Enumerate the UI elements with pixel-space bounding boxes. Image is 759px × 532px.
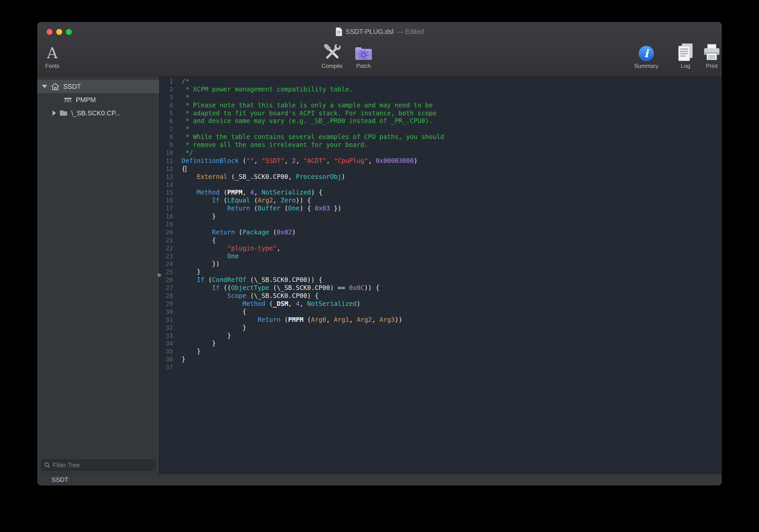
code-line[interactable]: 13 External (_SB_.SCK0.CP00, ProcessorOb… xyxy=(160,173,722,181)
line-number: 14 xyxy=(160,181,175,189)
code-line[interactable]: 21 { xyxy=(160,236,722,244)
code-line[interactable]: 9 * remove all the ones irrelevant for y… xyxy=(160,141,722,149)
code-text: } xyxy=(175,339,216,347)
code-line[interactable]: 14 xyxy=(160,181,722,189)
sidebar-item-ssdt[interactable]: SSDT xyxy=(37,80,159,93)
code-text xyxy=(175,181,182,189)
print-icon xyxy=(702,43,721,62)
document-title: SSDT-PLUG.dsl xyxy=(346,28,393,36)
code-line[interactable]: 28 Scope (\_SB.SCK0.CP00) { xyxy=(160,292,722,300)
code-line[interactable]: 10 */ xyxy=(160,149,722,157)
code-line[interactable]: 8 * While the table contains several exa… xyxy=(160,133,722,141)
code-line[interactable]: 35 } xyxy=(160,347,722,355)
sidebar-item-label: SSDT xyxy=(63,83,81,90)
titlebar[interactable]: SSDT-PLUG.dsl — Edited xyxy=(37,22,722,41)
print-button[interactable]: Print xyxy=(702,41,721,69)
code-token: * Please note that this table is only a … xyxy=(182,101,433,109)
code-text: } xyxy=(175,347,201,355)
line-number: 10 xyxy=(160,149,175,157)
code-text: } xyxy=(175,355,185,363)
code-token xyxy=(182,284,212,291)
disclosure-down-icon[interactable] xyxy=(42,85,47,88)
sidebar-item-pmpm[interactable]: PMPM xyxy=(37,93,159,106)
code-token: ( xyxy=(239,157,246,164)
code-line[interactable]: 12{ xyxy=(160,165,722,173)
code-token: , xyxy=(372,316,380,323)
code-line[interactable]: 16 If (LEqual (Arg2, Zero)) { xyxy=(160,197,722,204)
fonts-button[interactable]: A Fonts xyxy=(45,41,60,69)
code-token: ( xyxy=(303,316,311,323)
line-number: 21 xyxy=(160,236,175,244)
code-line[interactable]: 7 * xyxy=(160,125,722,133)
code-line[interactable]: 20 Return (Package (0x02) xyxy=(160,228,722,236)
fonts-icon: A xyxy=(47,45,58,62)
code-text: Return (Package (0x02) xyxy=(175,228,296,236)
summary-button[interactable]: i Summary xyxy=(634,41,659,69)
code-text: If (CondRefOf (\_SB.SCK0.CP00)) { xyxy=(175,276,322,284)
code-line[interactable]: 19 xyxy=(160,220,722,228)
code-line[interactable]: 1/* xyxy=(160,77,722,85)
code-line[interactable]: 25 } xyxy=(160,268,722,276)
code-token: , xyxy=(273,197,281,204)
code-line[interactable]: 37 xyxy=(160,363,722,371)
minimize-button[interactable] xyxy=(56,29,62,35)
code-token: ( xyxy=(250,197,258,204)
code-line[interactable]: 15 Method (PMPM, 4, NotSerialized) { xyxy=(160,189,722,197)
code-token: "" xyxy=(246,157,254,164)
code-token: (_SB_.SCK0.CP00, xyxy=(227,173,296,180)
code-editor[interactable]: 1/*2 * XCPM power management compatibili… xyxy=(160,76,722,474)
code-text: Return (PMPM (Arg0, Arg1, Arg2, Arg3)) xyxy=(175,316,402,324)
code-line[interactable]: 26 If (CondRefOf (\_SB.SCK0.CP00)) { xyxy=(160,276,722,284)
line-number: 17 xyxy=(160,204,175,212)
code-token: * While the table contains several examp… xyxy=(182,133,444,140)
code-line[interactable]: 18 } xyxy=(160,212,722,220)
code-token: One xyxy=(288,204,299,212)
sidebar: SSDT PMPM \_SB.SCK0.CP... xyxy=(37,76,160,474)
line-number: 34 xyxy=(160,339,175,347)
sidebar-item-sb-sck0[interactable]: \_SB.SCK0.CP... xyxy=(37,106,159,120)
code-line[interactable]: 34 } xyxy=(160,339,722,347)
code-line[interactable]: 24 }) xyxy=(160,260,722,268)
code-line[interactable]: 6 * and device name may vary (e.g. _SB_.… xyxy=(160,117,722,125)
code-text: * xyxy=(175,93,189,101)
code-line[interactable]: 17 Return (Buffer (One) { 0x03 }) xyxy=(160,204,722,212)
code-line[interactable]: 11DefinitionBlock ("", "SSDT", 2, "ACDT"… xyxy=(160,157,722,165)
line-number: 6 xyxy=(160,117,175,125)
code-token xyxy=(182,252,227,260)
code-line[interactable]: 2 * XCPM power management compatibility … xyxy=(160,85,722,93)
code-token: ( xyxy=(220,197,227,204)
code-line[interactable]: 23 One xyxy=(160,252,722,260)
code-line[interactable]: 5 * adapted to fit your board's ACPI sta… xyxy=(160,109,722,117)
code-token xyxy=(182,244,227,252)
disclosure-right-icon[interactable] xyxy=(53,110,56,116)
code-token: , xyxy=(277,244,280,252)
code-line[interactable]: 4 * Please note that this table is only … xyxy=(160,101,722,109)
code-token: Arg2 xyxy=(258,197,273,204)
code-token: * adapted to fit your board's ACPI stack… xyxy=(182,109,436,117)
patch-button[interactable]: Patch xyxy=(354,41,373,69)
filter-tree-input[interactable] xyxy=(41,460,155,471)
code-line[interactable]: 29 Method (_DSM, 4, NotSerialized) xyxy=(160,300,722,308)
compile-button[interactable]: Compile xyxy=(322,41,342,69)
code-line[interactable]: 36} xyxy=(160,355,722,363)
code-token: Scope xyxy=(227,292,246,299)
line-number: 8 xyxy=(160,133,175,141)
close-button[interactable] xyxy=(47,29,53,35)
code-area[interactable]: 1/*2 * XCPM power management compatibili… xyxy=(160,77,722,371)
code-line[interactable]: 30 { xyxy=(160,308,722,316)
code-line[interactable]: 3 * xyxy=(160,93,722,101)
code-token xyxy=(182,197,212,204)
code-line[interactable]: 33 } xyxy=(160,332,722,340)
log-button[interactable]: Log xyxy=(677,41,694,69)
line-number: 7 xyxy=(160,125,175,133)
zoom-button[interactable] xyxy=(66,29,72,35)
code-text: /* xyxy=(175,77,189,85)
code-line[interactable]: 27 If ((ObjectType (\_SB.SCK0.CP00) == 0… xyxy=(160,284,722,292)
code-line[interactable]: 22 "plugin-type", xyxy=(160,244,722,252)
code-token: Package xyxy=(242,228,269,236)
code-token: LEqual xyxy=(227,197,250,204)
splitter-handle[interactable] xyxy=(157,273,161,277)
code-line[interactable]: 32 } xyxy=(160,324,722,332)
line-number: 26 xyxy=(160,276,175,284)
code-line[interactable]: 31 Return (PMPM (Arg0, Arg1, Arg2, Arg3)… xyxy=(160,316,722,324)
